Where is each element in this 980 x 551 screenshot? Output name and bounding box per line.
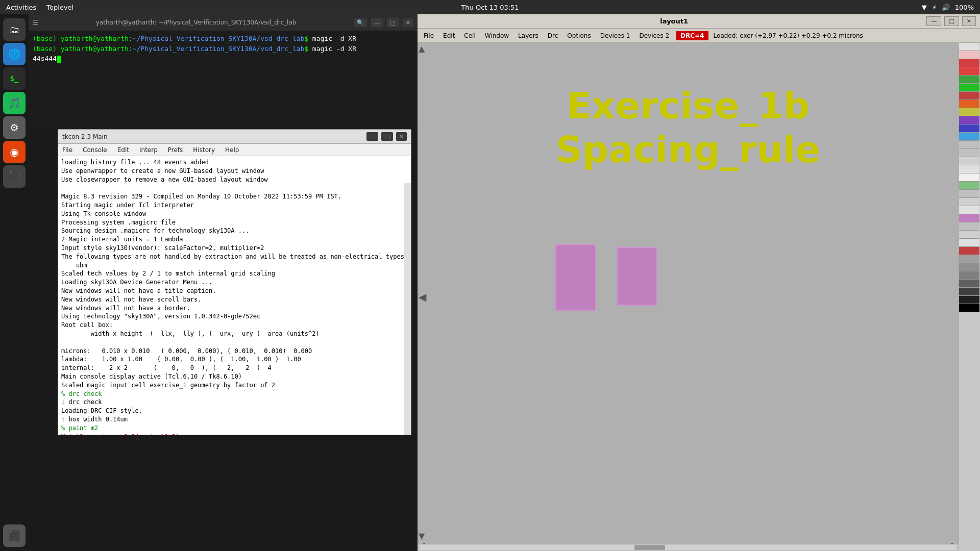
layer-13[interactable]: [959, 141, 979, 149]
layer-25[interactable]: [959, 239, 979, 247]
layer-19[interactable]: [959, 190, 979, 198]
tkcon-l25: internal: 2 x 2 ( 0, 0 ), ( 2, 2 ) 4: [61, 364, 408, 372]
layer-23[interactable]: [959, 222, 979, 231]
terminal-close-btn[interactable]: ✕: [403, 18, 413, 27]
magic-hscrollbar-track[interactable]: [420, 545, 957, 550]
tkcon-menu-file[interactable]: File: [60, 145, 75, 155]
layer-4[interactable]: [959, 67, 979, 76]
magic-hscrollbar-thumb[interactable]: [634, 545, 665, 550]
dock-unknown[interactable]: ⬛: [3, 165, 26, 188]
tkcon-l11: Input style sky130(vendor): scaleFactor=…: [61, 244, 408, 253]
tkcon-menu-interp[interactable]: Interp: [137, 145, 160, 155]
tkcon-menu-help[interactable]: Help: [223, 145, 241, 155]
layer-31[interactable]: [959, 288, 979, 296]
layer-21[interactable]: [959, 206, 979, 214]
tkcon-body[interactable]: loading history file ... 48 events added…: [58, 156, 411, 435]
tkcon-titlebar-btns: — □ ✕: [366, 132, 407, 141]
layer-22[interactable]: [959, 214, 979, 222]
layer-17[interactable]: [959, 173, 979, 182]
dock-files[interactable]: 🗂: [3, 18, 26, 41]
layer-1[interactable]: [959, 43, 979, 51]
exercise-text: Exercise_1b Spacing_rule: [556, 84, 820, 172]
tkcon-l27: Scaled magic input cell exercise_1 geome…: [61, 381, 408, 390]
magic-restore-btn[interactable]: □: [944, 16, 959, 26]
magic-menu-edit[interactable]: Edit: [439, 31, 459, 41]
layer-29[interactable]: [959, 271, 979, 280]
tkcon-close-btn[interactable]: ✕: [396, 132, 407, 141]
layer-15[interactable]: [959, 157, 979, 165]
tkcon-l4: [61, 184, 408, 192]
layer-10[interactable]: [959, 116, 979, 124]
dock-settings[interactable]: ⚙: [3, 116, 26, 139]
dock-browser[interactable]: 🌐: [3, 43, 26, 65]
layer-2[interactable]: [959, 51, 979, 59]
tkcon-minimize-btn[interactable]: —: [366, 132, 378, 141]
tkcon-menu-console[interactable]: Console: [81, 145, 109, 155]
layer-5[interactable]: [959, 76, 979, 84]
magic-menu-devices2[interactable]: Devices 2: [635, 31, 673, 41]
layer-7[interactable]: [959, 92, 979, 100]
layer-28[interactable]: [959, 263, 979, 271]
layer-24[interactable]: [959, 231, 979, 239]
terminal-maximize-btn[interactable]: □: [387, 18, 398, 27]
rect-metal-left[interactable]: [555, 244, 596, 311]
dock-spotify[interactable]: 🎵: [3, 92, 26, 114]
layer-20[interactable]: [959, 198, 979, 206]
magic-canvas[interactable]: ▲ ◀ Exercise_1b Spacing_rule ▼ ◀ ▶: [418, 43, 959, 551]
layer-8[interactable]: [959, 100, 979, 108]
tkcon-menu-history[interactable]: History: [191, 145, 217, 155]
dock-terminal[interactable]: $_: [3, 67, 26, 90]
dock: 🗂 🌐 $_ 🎵 ⚙ ◉ ⬛ ⬛: [0, 14, 29, 551]
drc-badge[interactable]: DRC=4: [676, 31, 708, 40]
exercise-title: Exercise_1b: [556, 84, 820, 128]
tkcon-l7: Using Tk console window: [61, 210, 408, 218]
tkcon-l22: [61, 338, 408, 347]
tkcon-maximize-btn[interactable]: □: [381, 132, 393, 141]
magic-menu-window[interactable]: Window: [481, 31, 513, 41]
layer-30[interactable]: [959, 280, 979, 288]
magic-menu-options[interactable]: Options: [563, 31, 595, 41]
layer-18[interactable]: [959, 182, 979, 190]
magic-menu-cell[interactable]: Cell: [460, 31, 479, 41]
terminal-menu-icon[interactable]: ☰: [33, 19, 38, 26]
activities-label[interactable]: Activities: [6, 4, 36, 11]
layer-12[interactable]: [959, 133, 979, 141]
layer-6[interactable]: [959, 84, 979, 92]
magic-menu-file[interactable]: File: [420, 31, 438, 41]
magic-menu-layers[interactable]: Layers: [514, 31, 543, 41]
toplevel-label[interactable]: Toplevel: [46, 4, 74, 11]
canvas-inner: ▲ ◀ Exercise_1b Spacing_rule ▼ ◀ ▶: [418, 43, 959, 551]
magic-close-btn[interactable]: ✕: [962, 16, 976, 26]
layer-3[interactable]: [959, 59, 979, 67]
magic-menu-devices1[interactable]: Devices 1: [596, 31, 634, 41]
layer-14[interactable]: [959, 149, 979, 157]
tkcon-menu-edit[interactable]: Edit: [115, 145, 131, 155]
left-panel: ☰ yatharth@yatharth: ~/Physical_Verifica…: [29, 14, 418, 551]
magic-hscrollbar[interactable]: [418, 544, 959, 551]
terminal-minimize-btn[interactable]: —: [371, 18, 383, 27]
layer-33[interactable]: [959, 304, 979, 312]
tkcon-l26: Main console display active (Tcl.6.10 / …: [61, 372, 408, 381]
magic-minimize-btn[interactable]: —: [926, 16, 941, 26]
magic-menu-drc[interactable]: Drc: [544, 31, 562, 41]
rect-metal-right[interactable]: [617, 247, 657, 306]
tkcon-l5: Magic 8.3 revision 329 - Compiled on Mon…: [61, 192, 408, 201]
layer-26[interactable]: [959, 247, 979, 255]
layer-9[interactable]: [959, 108, 979, 116]
terminal-search-btn[interactable]: 🔍: [354, 18, 367, 27]
tkcon-l21: width x height ( llx, lly ), ( urx, ury …: [61, 330, 408, 338]
tkcon-menu-prefs[interactable]: Prefs: [166, 145, 185, 155]
layer-16[interactable]: [959, 165, 979, 173]
tkcon-menubar: File Console Edit Interp Prefs History H…: [58, 144, 411, 156]
nav-up-btn[interactable]: ▲: [419, 44, 425, 54]
tkcon-l30: Loading DRC CIF style.: [61, 407, 408, 415]
layer-32[interactable]: [959, 296, 979, 304]
dock-apps[interactable]: ⬛: [3, 524, 26, 547]
nav-down-btn[interactable]: ▼: [419, 531, 425, 541]
tkcon-scrollbar[interactable]: [404, 183, 411, 435]
dock-gnome[interactable]: ◉: [3, 141, 26, 163]
nav-left-btn[interactable]: ◀: [419, 291, 426, 303]
tkcon-l15: Loading sky130A Device Generator Menu ..…: [61, 278, 408, 287]
layer-11[interactable]: [959, 124, 979, 133]
layer-27[interactable]: [959, 255, 979, 263]
